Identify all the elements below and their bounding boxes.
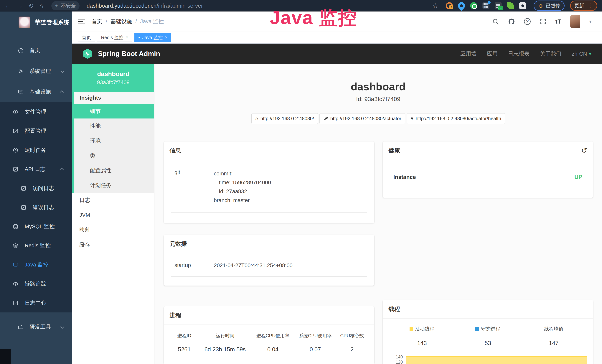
sidebar-item-devtools[interactable]: 研发工具: [0, 317, 72, 337]
sba-item-metrics[interactable]: 性能: [74, 118, 154, 133]
sba-item-classes[interactable]: 类: [74, 148, 154, 163]
github-icon[interactable]: [508, 18, 515, 25]
sba-logo-icon: [82, 48, 93, 60]
breadcrumb-separator: /: [135, 19, 137, 25]
tab-label: 首页: [82, 34, 91, 41]
avatar-caret-icon[interactable]: ▾: [589, 19, 592, 24]
sidebar-item-java[interactable]: Java 监控: [0, 255, 72, 274]
edit-square-icon: [12, 128, 19, 134]
sidebar-item-api-log[interactable]: API 日志: [0, 160, 72, 179]
extension-pin-icon[interactable]: [456, 1, 466, 11]
page-url[interactable]: dashboard.yudao.iocoder.cn/infra/admin-s…: [86, 3, 203, 9]
user-avatar[interactable]: [570, 15, 580, 28]
warning-icon: ⚠: [54, 3, 59, 9]
extension-leaf-icon[interactable]: [507, 2, 514, 9]
app-logo-row[interactable]: 芋道管理系统: [0, 11, 72, 33]
history-icon[interactable]: ↺: [581, 147, 587, 154]
sba-item-configprops[interactable]: 配置属性: [74, 163, 154, 178]
live-threads-value: 143: [389, 340, 455, 347]
legend-swatch-yellow: [409, 327, 413, 331]
extension-orange-icon[interactable]: 1: [446, 2, 453, 9]
sba-nav-about[interactable]: 关于我们: [540, 50, 561, 57]
health-card: 健康 ↺ Instance UP: [383, 141, 593, 198]
sba-item-jvm[interactable]: JVM: [72, 207, 154, 222]
sba-navbar: Spring Boot Admin 应用墙 应用 日志报表 关于我们 zh-CN…: [72, 43, 602, 64]
status-badge: UP: [574, 174, 582, 181]
instance-name: dashboard: [97, 70, 129, 77]
sba-item-caches[interactable]: 缓存: [72, 237, 154, 252]
sidebar-item-infra[interactable]: 基础设施: [0, 82, 72, 102]
extension-grid-icon[interactable]: [483, 2, 489, 9]
sidebar-item-access-log[interactable]: 访问日志: [0, 179, 72, 198]
tab-java[interactable]: ● Java 监控 ×: [134, 33, 171, 42]
heartbeat-icon: ♥: [411, 116, 413, 121]
health-url-button[interactable]: ♥ http://192.168.0.2:48080/actuator/heal…: [407, 113, 505, 124]
search-icon[interactable]: [492, 18, 499, 25]
breadcrumb-item[interactable]: 基础设施: [110, 18, 132, 25]
browser-home-icon[interactable]: ⌂: [40, 3, 43, 9]
sidebar-item-home[interactable]: 首页: [0, 40, 72, 61]
chevron-up-icon: [60, 168, 64, 171]
bookmark-star-icon[interactable]: ☆: [432, 2, 438, 9]
git-commit-line: commit:: [214, 169, 271, 178]
sba-brand[interactable]: Spring Boot Admin: [82, 48, 160, 60]
uptime-value: 6d 23h 15m 59s: [198, 346, 252, 353]
actuator-url-button[interactable]: http://192.168.0.2:48080/actuator: [320, 113, 405, 124]
close-icon[interactable]: ×: [126, 35, 128, 40]
sba-instance-block[interactable]: dashboard 93a3fc7f7409: [72, 64, 154, 92]
sba-item-details[interactable]: 细节: [74, 104, 154, 118]
back-icon[interactable]: ←: [5, 3, 11, 9]
sba-item-mappings[interactable]: 映射: [72, 222, 154, 237]
security-chip[interactable]: ⚠ 不安全: [51, 1, 80, 11]
tab-redis[interactable]: Redis 监控 ×: [97, 33, 132, 42]
extensions-menu-icon[interactable]: [519, 2, 526, 9]
header-actions: ? tT ▾: [492, 15, 592, 28]
url-path: /infra/admin-server: [156, 3, 203, 9]
sba-item-env[interactable]: 环境: [74, 133, 154, 148]
profile-paused-badge[interactable]: ☺ 已暂停: [534, 0, 565, 11]
sba-item-scheduled[interactable]: 计划任务: [74, 178, 154, 193]
sba-nav-journal[interactable]: 日志报表: [508, 50, 529, 57]
sba-item-logs[interactable]: 日志: [72, 193, 154, 207]
fullscreen-icon[interactable]: [539, 18, 547, 25]
reload-icon[interactable]: ↻: [29, 3, 34, 9]
app-logo: [19, 17, 30, 28]
sba-locale-select[interactable]: zh-CN ▾: [572, 51, 591, 57]
sidebar-item-label: 配置管理: [25, 127, 46, 135]
timer-icon: [12, 147, 19, 153]
close-icon[interactable]: ×: [165, 35, 167, 40]
hamburger-icon[interactable]: [78, 19, 85, 24]
tab-home[interactable]: 首页: [78, 33, 95, 42]
page-title: dashboard: [154, 80, 602, 93]
sidebar-item-label: 日志中心: [25, 299, 46, 307]
browser-menu-icon[interactable]: ⋮: [587, 2, 593, 9]
sidebar-item-system[interactable]: 系统管理: [0, 61, 72, 82]
sidebar-item-redis[interactable]: Redis 监控: [0, 236, 72, 255]
sidebar-item-error-log[interactable]: 错误日志: [0, 198, 72, 217]
sba-nav-wallboard[interactable]: 应用墙: [460, 50, 476, 57]
sidebar-item-trace[interactable]: 链路追踪: [0, 274, 72, 293]
font-size-icon[interactable]: tT: [556, 18, 561, 25]
forward-icon[interactable]: →: [17, 3, 23, 9]
extension-switch-icon[interactable]: on: [495, 2, 502, 9]
health-row-instance[interactable]: Instance UP: [390, 171, 586, 188]
sidebar-item-file[interactable]: 文件管理: [0, 102, 72, 121]
git-branch-line: branch: master: [214, 196, 271, 205]
chart-area-series: [406, 356, 587, 364]
breadcrumb-item[interactable]: 首页: [92, 18, 102, 25]
sba-nav-applications[interactable]: 应用: [487, 50, 498, 57]
browser-update-button[interactable]: 更新 ⋮: [570, 0, 597, 11]
git-id-line: id: 27aa832: [214, 187, 271, 196]
sidebar-item-job[interactable]: 定时任务: [0, 140, 72, 160]
metadata-card-header: 元数据: [164, 235, 374, 253]
process-card-header: 进程: [164, 306, 374, 325]
sidebar-item-log-center[interactable]: 日志中心: [0, 293, 72, 312]
address-bar[interactable]: ⚠ 不安全 dashboard.yudao.iocoder.cn/infra/a…: [51, 1, 203, 11]
service-url-button[interactable]: ⌂ http://192.168.0.2:48080/: [251, 113, 318, 124]
chevron-down-icon: [60, 69, 64, 73]
threads-chart: 140 120 100: [389, 355, 587, 364]
extension-green-circle-icon[interactable]: [470, 2, 477, 9]
help-icon[interactable]: ?: [524, 18, 531, 25]
sidebar-item-config[interactable]: 配置管理: [0, 121, 72, 140]
sidebar-item-mysql[interactable]: MySQL 监控: [0, 217, 72, 236]
